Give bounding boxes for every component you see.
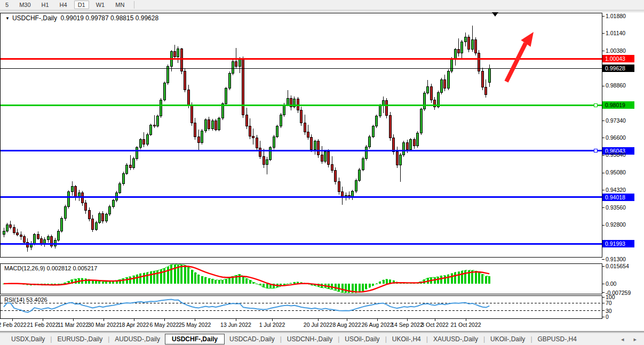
date-label-13-jun-2022: 13 Jun 2022 <box>220 322 251 328</box>
tab-scroll-right-icon[interactable]: ▸ <box>633 336 637 343</box>
price-tick-0.93560: 0.93560 <box>606 204 626 211</box>
tab-usdcnh-daily[interactable]: USDCNH-,Daily <box>282 334 337 344</box>
tab-usdcad-daily[interactable]: USDCAD-,Daily <box>225 334 280 344</box>
rsi-indicator-label: RSI(14) 53.4026 <box>4 296 47 303</box>
date-label-18-apr-2022: 18 Apr 2022 <box>119 322 149 328</box>
chart-symbol-label: USDCHF-,Daily <box>12 14 57 22</box>
tab-gbpusd-h4[interactable]: GBPUSD-,H4 <box>533 334 582 344</box>
date-label-3-oct-2022: 3 Oct 2022 <box>421 322 448 328</box>
price-badge-0.91993: 0.91993 <box>602 240 634 247</box>
price-tick-0.96600: 0.96600 <box>606 134 626 141</box>
chart-tab-bar: USDX,Daily|EURUSD-,Daily|AUDUSD-,DailyUS… <box>0 332 644 345</box>
chart-title: ▼USDCHF-,Daily 0.99019 0.99787 0.98815 0… <box>5 14 158 22</box>
tab-usoil-daily[interactable]: USOil-,Daily <box>340 334 384 344</box>
price-tick-1.00380: 1.00380 <box>606 47 626 54</box>
date-label-6-may-2022: 6 May 2022 <box>150 322 179 328</box>
date-label-21-feb-2022: 21 Feb 2022 <box>27 322 59 328</box>
chart-tabs: USDX,Daily|EURUSD-,Daily|AUDUSD-,DailyUS… <box>6 333 582 345</box>
price-tick-0.91300: 0.91300 <box>606 256 626 263</box>
price-tick-0.98860: 0.98860 <box>606 82 626 89</box>
macd-name: MACD(12,26,9) <box>4 265 45 271</box>
date-label-21-oct-2022: 21 Oct 2022 <box>450 322 481 328</box>
date-label-25-may-2022: 25 May 2022 <box>179 322 211 328</box>
tab-scroll-left-icon[interactable]: ◂ <box>621 336 624 343</box>
price-tick-1.01880: 1.01880 <box>606 13 626 20</box>
rsi-name: RSI(14) <box>4 296 25 303</box>
date-label-26-aug-2022: 26 Aug 2022 <box>362 322 393 328</box>
date-label-11-mar-2022: 11 Mar 2022 <box>58 322 89 328</box>
date-label-30-mar-2022: 30 Mar 2022 <box>88 322 120 328</box>
macd-tick-0.015654: 0.015654 <box>606 263 629 270</box>
tab-ukoil-daily[interactable]: UKOil-,Daily <box>486 334 530 344</box>
price-tick-1.01140: 1.01140 <box>606 30 625 37</box>
chart-canvas[interactable] <box>0 0 644 345</box>
price-badge-0.94018: 0.94018 <box>602 194 634 201</box>
price-badge-1.00043: 1.00043 <box>602 55 634 62</box>
date-label-1-jul-2022: 1 Jul 2022 <box>259 322 285 328</box>
chart-ohlc-values: 0.99019 0.99787 0.98815 0.99628 <box>61 14 159 22</box>
price-badge-0.98019: 0.98019 <box>602 101 634 109</box>
tab-xauusd-daily[interactable]: XAUUSD-,Daily <box>428 334 483 344</box>
macd-values: 0.002812 0.005217 <box>46 265 97 271</box>
price-tick-0.92800: 0.92800 <box>606 221 626 228</box>
tab-usdchf-daily[interactable]: USDCHF-,Daily <box>165 334 225 344</box>
price-badge-0.99628: 0.99628 <box>602 65 634 72</box>
price-tick-0.97340: 0.97340 <box>606 117 626 124</box>
date-label-8-aug-2022: 8 Aug 2022 <box>332 322 361 328</box>
tab-scroll-controls: ◂ ▸ <box>621 333 637 345</box>
date-label-14-sep-2022: 14 Sep 2022 <box>391 322 423 328</box>
date-label-2-feb-2022: 2 Feb 2022 <box>0 322 27 328</box>
macd-tick-0.00: 0.00 <box>606 280 616 287</box>
rsi-tick-0: 0 <box>606 314 609 320</box>
tab-audusd-daily[interactable]: AUDUSD-,Daily <box>110 334 165 344</box>
chart-dropdown-icon[interactable]: ▼ <box>5 16 10 21</box>
tab-usdx-daily[interactable]: USDX,Daily <box>6 334 50 344</box>
tab-ukoil-h4[interactable]: UKOil-,H4 <box>387 334 426 344</box>
tab-eurusd-daily[interactable]: EURUSD-,Daily <box>52 334 107 344</box>
price-tick-0.95840: 0.95840 <box>606 151 626 158</box>
price-tick-0.94320: 0.94320 <box>606 187 626 194</box>
macd-indicator-label: MACD(12,26,9) 0.002812 0.005217 <box>4 265 97 271</box>
price-tick-0.95080: 0.95080 <box>606 169 626 176</box>
rsi-values: 53.4026 <box>26 296 47 303</box>
rsi-tick-70: 70 <box>606 300 612 307</box>
date-label-20-jul-2022: 20 Jul 2022 <box>304 322 332 328</box>
